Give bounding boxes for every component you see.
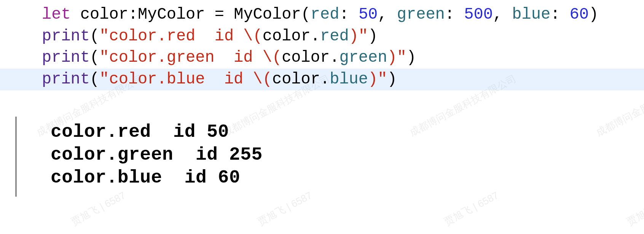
identifier-color: color [263,27,311,45]
space [387,5,397,24]
code-line-1: let color:MyColor = MyColor(red: 50, gre… [0,4,644,26]
string-quote: " [99,27,109,45]
space [205,5,215,24]
output-line-2: color.green id 255 [51,143,644,166]
code-editor: let color:MyColor = MyColor(red: 50, gre… [0,0,644,90]
property-green: green [339,48,387,67]
param-green: green [397,5,445,24]
page: 成都博问金服科技有限公司 成都博问金服科技有限公司 成都博问金服科技有限公司 成… [0,0,644,234]
open-paren: ( [90,48,99,67]
space [71,5,80,24]
watermark-user: 贾旭飞 | 6587 [625,189,644,229]
type-mycolor: MyColor [138,5,205,24]
output-line-3: color.blue id 60 [51,166,644,189]
string-quote: " [359,27,368,45]
space [560,5,569,24]
string-interp-open: \( [263,48,282,67]
comma: , [378,5,387,24]
string-interp-close: ) [349,27,359,45]
identifier-color: color [282,48,330,67]
code-line-3: print("color.green id \(color.green)") [0,47,644,69]
string-interp-close: ) [368,70,378,88]
number-60: 60 [570,5,589,24]
number-50: 50 [359,5,378,24]
identifier-color: color [80,5,128,24]
console-output: color.red id 50 color.green id 255 color… [22,119,644,189]
open-paren: ( [90,70,99,88]
close-paren: ) [387,70,397,88]
watermark-user: 贾旭飞 | 6587 [442,189,501,229]
watermark-user: 贾旭飞 | 6587 [69,189,128,229]
identifier-color: color [272,70,320,88]
property-red: red [320,27,349,45]
code-line-4-highlighted: print("color.blue id \(color.blue)") [0,69,644,90]
close-paren: ) [368,27,378,45]
string-interp-close: ) [387,48,397,67]
space [224,5,234,24]
string-interp-open: \( [253,70,272,88]
colon: : [339,5,349,24]
fn-print: print [42,27,90,45]
string-quote: " [378,70,387,88]
colon: : [550,5,560,24]
string-quote: " [99,48,109,67]
close-paren: ) [406,48,416,67]
dot: . [311,27,320,45]
ctor-mycolor: MyColor [234,5,301,24]
keyword-let: let [42,5,71,24]
property-blue: blue [330,70,368,88]
watermark-user: 贾旭飞 | 6587 [255,189,314,229]
open-paren: ( [90,27,99,45]
close-paren: ) [589,5,598,24]
space [502,5,512,24]
space [349,5,359,24]
dot: . [320,70,330,88]
dot: . [330,48,339,67]
string-quote: " [397,48,406,67]
space [454,5,464,24]
fn-print: print [42,70,90,88]
open-paren: ( [301,5,311,24]
param-red: red [311,5,340,24]
string-body: color.blue id [109,70,253,88]
string-body: color.green id [109,48,262,67]
number-500: 500 [464,5,493,24]
equals: = [215,5,224,24]
colon: : [445,5,454,24]
string-quote: " [99,70,109,88]
fn-print: print [42,48,90,67]
comma: , [493,5,502,24]
param-blue: blue [512,5,550,24]
colon: : [128,5,138,24]
code-line-2: print("color.red id \(color.red)") [0,26,644,47]
spacer [0,90,644,119]
string-interp-open: \( [243,27,262,45]
output-line-1: color.red id 50 [51,120,644,143]
string-body: color.red id [109,27,243,45]
